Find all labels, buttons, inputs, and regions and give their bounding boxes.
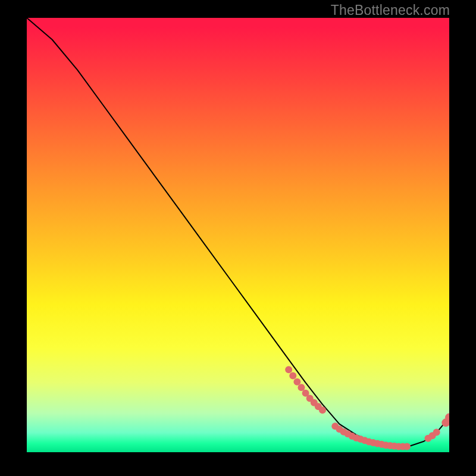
chart-frame: TheBottleneck.com [0,0,476,476]
curve-path [27,18,449,447]
plot-area [27,18,449,452]
marker-dot [403,443,411,450]
marker-dot [293,378,300,386]
chart-svg [27,18,449,452]
marker-dot [319,406,326,414]
watermark-text: TheBottleneck.com [331,2,450,18]
marker-dot [289,372,296,380]
marker-dot [298,384,305,391]
marker-dot [433,428,440,436]
marker-dot [285,366,292,373]
